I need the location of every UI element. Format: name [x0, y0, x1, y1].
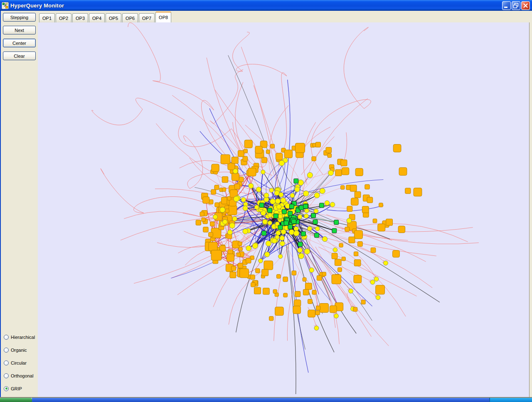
layout-option-orthogonal[interactable]: Orthogonal	[4, 369, 35, 382]
stepping-button[interactable]: Stepping	[3, 13, 36, 22]
radio-circular-label: Circular	[11, 360, 27, 365]
titlebar: HyperQuery Monitor	[0, 0, 532, 11]
layout-option-hierarchical[interactable]: Hierarchical	[4, 331, 35, 343]
radio-hierarchical-icon[interactable]	[4, 335, 9, 340]
taskbar-strip	[32, 398, 489, 402]
main-area: Stepping Next Center Clear Hierarchical …	[0, 11, 532, 397]
toolbar: Stepping Next Center Clear	[1, 11, 38, 60]
minimize-icon	[502, 2, 510, 10]
next-button[interactable]: Next	[3, 26, 36, 34]
window-title: HyperQuery Monitor	[10, 2, 501, 9]
start-button[interactable]	[0, 398, 32, 402]
graph-app-icon	[2, 2, 9, 9]
clear-button[interactable]: Clear	[3, 51, 36, 60]
tab-op6[interactable]: OP6	[122, 13, 138, 22]
radio-circular-icon[interactable]	[4, 360, 9, 365]
tab-op8[interactable]: OP8	[155, 12, 171, 22]
radio-organic-label: Organic	[11, 348, 27, 353]
restore-icon	[512, 2, 520, 10]
radio-organic-icon[interactable]	[4, 348, 9, 353]
taskbar	[0, 398, 532, 402]
layout-options: Hierarchical Organic Circular Orthogonal…	[4, 331, 35, 395]
tab-op3[interactable]: OP3	[72, 13, 88, 22]
close-icon	[522, 2, 530, 10]
close-button[interactable]	[521, 1, 530, 10]
minimize-button[interactable]	[502, 1, 511, 10]
tab-op1[interactable]: OP1	[39, 13, 55, 22]
layout-option-circular[interactable]: Circular	[4, 356, 35, 369]
system-tray	[489, 398, 532, 402]
radio-hierarchical-label: Hierarchical	[11, 335, 35, 340]
restore-button[interactable]	[512, 1, 520, 10]
content-area: OP1 OP2 OP3 OP4 OP5 OP6 OP7 OP8	[38, 11, 532, 397]
tab-op4[interactable]: OP4	[89, 13, 105, 22]
radio-grip-icon[interactable]	[4, 386, 9, 391]
tab-op5[interactable]: OP5	[106, 13, 121, 22]
radio-orthogonal-label: Orthogonal	[11, 373, 33, 378]
sidebar: Stepping Next Center Clear Hierarchical …	[1, 11, 38, 397]
graph-visualization[interactable]	[38, 22, 529, 397]
layout-option-organic[interactable]: Organic	[4, 343, 35, 356]
radio-orthogonal-icon[interactable]	[4, 373, 9, 378]
radio-grip-label: GRIP	[11, 386, 22, 391]
tabstrip: OP1 OP2 OP3 OP4 OP5 OP6 OP7 OP8	[38, 11, 530, 22]
layout-option-grip[interactable]: GRIP	[4, 382, 35, 395]
tab-op7[interactable]: OP7	[139, 13, 155, 22]
tab-op2[interactable]: OP2	[56, 13, 71, 22]
center-button[interactable]: Center	[3, 39, 36, 47]
graph-canvas[interactable]	[38, 22, 530, 397]
